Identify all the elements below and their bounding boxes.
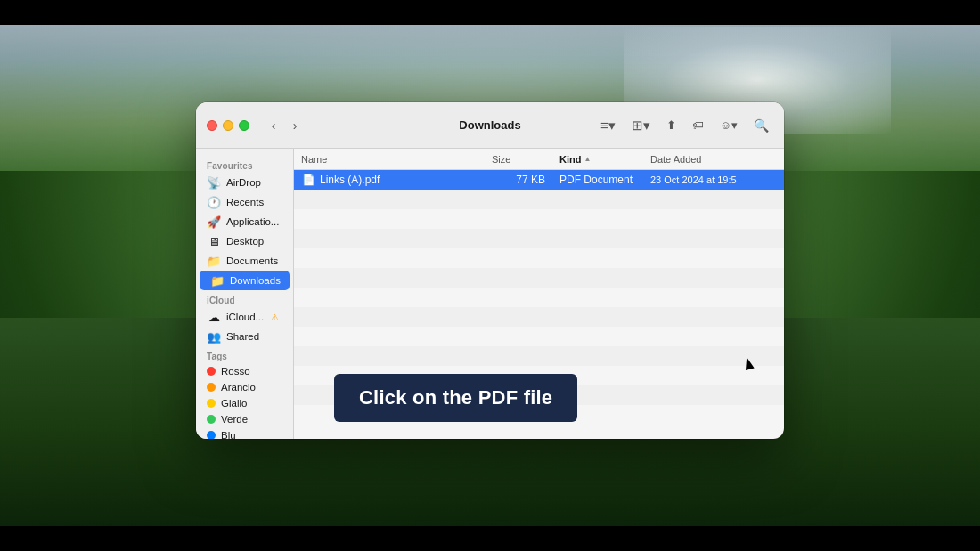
view-grid-icon: ⊞▾ bbox=[632, 117, 650, 134]
view-grid-button[interactable]: ⊞▾ bbox=[627, 115, 655, 136]
view-list-icon: ≡▾ bbox=[600, 117, 616, 134]
rosso-label: Rosso bbox=[221, 366, 250, 377]
letterbox-bottom bbox=[0, 526, 980, 551]
sidebar-item-blu[interactable]: Blu bbox=[196, 427, 293, 439]
maximize-button[interactable] bbox=[239, 120, 249, 131]
airdrop-label: AirDrop bbox=[226, 177, 261, 188]
empty-row bbox=[294, 268, 784, 288]
blu-label: Blu bbox=[221, 430, 236, 439]
rosso-dot bbox=[207, 367, 216, 376]
traffic-lights bbox=[207, 120, 249, 131]
empty-row bbox=[294, 327, 784, 346]
sort-arrow-icon: ▲ bbox=[584, 155, 591, 163]
column-headers: Name Size Kind ▲ Date Added bbox=[294, 149, 784, 170]
giallo-label: Giallo bbox=[221, 398, 247, 409]
sidebar-item-recents[interactable]: 🕐 Recents bbox=[196, 192, 293, 212]
col-header-size[interactable]: Size bbox=[492, 154, 545, 165]
col-date-label: Date Added bbox=[650, 154, 702, 165]
sidebar-item-verde[interactable]: Verde bbox=[196, 411, 293, 427]
giallo-dot bbox=[207, 399, 216, 408]
sidebar-item-arancio[interactable]: Arancio bbox=[196, 379, 293, 395]
share-icon: ⬆ bbox=[666, 118, 676, 132]
sidebar-item-rosso[interactable]: Rosso bbox=[196, 363, 293, 379]
sidebar-item-icloud-drive[interactable]: ☁ iCloud... ⚠ bbox=[196, 307, 293, 327]
verde-label: Verde bbox=[221, 414, 248, 425]
icloud-drive-icon: ☁ bbox=[207, 310, 221, 324]
downloads-icon: 📁 bbox=[210, 273, 225, 288]
back-icon: ‹ bbox=[272, 118, 276, 133]
empty-row bbox=[294, 346, 784, 366]
file-date: 23 Oct 2024 at 19:5 bbox=[643, 174, 777, 185]
empty-row bbox=[294, 209, 784, 229]
sidebar-item-documents[interactable]: 📁 Documents bbox=[196, 251, 293, 271]
verde-dot bbox=[207, 415, 216, 424]
icloud-drive-label: iCloud... bbox=[226, 312, 264, 322]
desktop-label: Desktop bbox=[226, 236, 264, 247]
tags-section-label: Tags bbox=[196, 346, 293, 363]
view-list-button[interactable]: ≡▾ bbox=[596, 115, 620, 136]
applications-icon: 🚀 bbox=[207, 215, 221, 229]
downloads-label: Downloads bbox=[230, 275, 281, 286]
sidebar: Favourites 📡 AirDrop 🕐 Recents 🚀 Applica… bbox=[196, 149, 294, 439]
col-header-date[interactable]: Date Added bbox=[643, 154, 777, 165]
share-button[interactable]: ⬆ bbox=[662, 116, 681, 134]
empty-row bbox=[294, 229, 784, 248]
airdrop-icon: 📡 bbox=[207, 175, 221, 190]
search-icon: 🔍 bbox=[754, 118, 769, 133]
favourites-section-label: Favourites bbox=[196, 156, 293, 173]
col-header-name[interactable]: Name bbox=[301, 154, 492, 165]
sidebar-item-downloads[interactable]: 📁 Downloads bbox=[200, 271, 290, 290]
empty-row bbox=[294, 190, 784, 209]
sidebar-item-applications[interactable]: 🚀 Applicatio... bbox=[196, 212, 293, 231]
recents-label: Recents bbox=[226, 197, 264, 207]
tag-icon: 🏷 bbox=[692, 118, 704, 132]
col-name-label: Name bbox=[301, 154, 327, 165]
sidebar-item-giallo[interactable]: Giallo bbox=[196, 395, 293, 411]
sidebar-item-desktop[interactable]: 🖥 Desktop bbox=[196, 231, 293, 251]
file-size: 77 KB bbox=[492, 174, 545, 186]
empty-row bbox=[294, 288, 784, 307]
tag-button[interactable]: 🏷 bbox=[688, 116, 708, 134]
file-name: Links (A).pdf bbox=[320, 174, 492, 186]
sidebar-item-shared[interactable]: 👥 Shared bbox=[196, 327, 293, 346]
arancio-label: Arancio bbox=[221, 382, 256, 393]
documents-label: Documents bbox=[226, 255, 278, 266]
blu-dot bbox=[207, 431, 216, 439]
icloud-section-label: iCloud bbox=[196, 290, 293, 307]
icloud-warning-icon: ⚠ bbox=[271, 312, 279, 322]
empty-row bbox=[294, 307, 784, 327]
col-header-kind[interactable]: Kind ▲ bbox=[545, 154, 643, 165]
close-button[interactable] bbox=[207, 120, 217, 131]
forward-icon: › bbox=[293, 118, 298, 133]
shared-icon: 👥 bbox=[207, 329, 221, 344]
search-button[interactable]: 🔍 bbox=[749, 116, 773, 135]
sidebar-item-airdrop[interactable]: 📡 AirDrop bbox=[196, 173, 293, 192]
documents-icon: 📁 bbox=[207, 254, 221, 268]
window-title: Downloads bbox=[459, 118, 520, 132]
smiley-icon: ☺▾ bbox=[720, 118, 738, 132]
nav-buttons: ‹ › bbox=[264, 116, 305, 135]
smiley-button[interactable]: ☺▾ bbox=[715, 116, 742, 134]
back-button[interactable]: ‹ bbox=[264, 116, 283, 135]
letterbox-top bbox=[0, 0, 980, 25]
minimize-button[interactable] bbox=[223, 120, 233, 131]
table-row[interactable]: 📄 Links (A).pdf 77 KB PDF Document 23 Oc… bbox=[294, 170, 784, 190]
applications-label: Applicatio... bbox=[226, 216, 279, 227]
overlay-instruction: Click on the PDF file bbox=[334, 374, 577, 422]
desktop-icon: 🖥 bbox=[207, 234, 221, 248]
file-pdf-icon: 📄 bbox=[301, 173, 315, 187]
toolbar-right: ≡▾ ⊞▾ ⬆ 🏷 ☺▾ 🔍 bbox=[596, 115, 773, 136]
empty-row bbox=[294, 248, 784, 268]
forward-button[interactable]: › bbox=[285, 116, 305, 135]
arancio-dot bbox=[207, 383, 216, 392]
shared-label: Shared bbox=[226, 331, 259, 342]
title-bar: ‹ › Downloads ≡▾ ⊞▾ ⬆ 🏷 ☺▾ 🔍 bbox=[196, 102, 784, 149]
file-kind: PDF Document bbox=[545, 174, 643, 186]
recents-icon: 🕐 bbox=[207, 195, 221, 209]
col-kind-label: Kind bbox=[559, 154, 581, 165]
col-size-label: Size bbox=[492, 154, 510, 165]
